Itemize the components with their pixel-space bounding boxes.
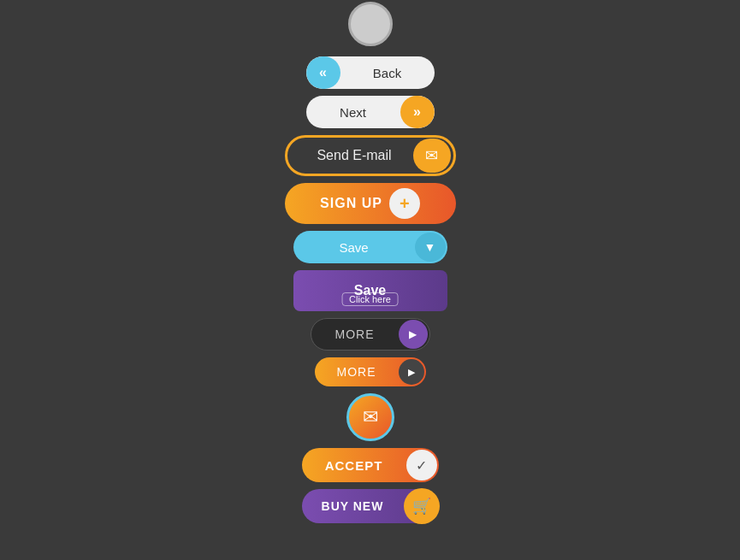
plus-icon: + — [389, 188, 420, 219]
back-button-label: Back — [340, 66, 435, 80]
accept-button[interactable]: ACCEPT ✓ — [302, 448, 439, 482]
buy-now-label: BUY NEW — [302, 499, 404, 513]
save-dropdown-label: Save — [293, 240, 415, 255]
accept-label: ACCEPT — [302, 458, 406, 473]
more-dark-label: MORE — [311, 327, 399, 341]
envelope-circle-icon: ✉ — [363, 406, 378, 428]
next-button[interactable]: Next » — [306, 96, 435, 128]
save-dropdown-button[interactable]: Save ▼ — [293, 231, 447, 263]
mail-circle-button[interactable]: ✉ — [346, 393, 394, 441]
send-email-label: Send E-mail — [287, 148, 413, 163]
click-here-label: Click here — [341, 292, 399, 306]
signup-label: SIGN UP — [320, 196, 382, 211]
more-dark-button[interactable]: MORE ▶ — [311, 318, 430, 351]
cart-icon: 🛒 — [404, 488, 440, 524]
arrow-right-orange-icon: ▶ — [399, 359, 424, 385]
buy-now-button[interactable]: BUY NEW 🛒 — [302, 489, 439, 523]
signup-button[interactable]: SIGN UP + — [285, 183, 456, 224]
purple-save-button[interactable]: Save Click here — [293, 270, 447, 311]
envelope-icon: ✉ — [413, 139, 451, 173]
more-orange-label: MORE — [315, 365, 399, 379]
chevron-left-icon: « — [306, 56, 340, 89]
arrow-right-icon: ▶ — [399, 320, 428, 349]
avatar — [348, 2, 393, 46]
back-button[interactable]: « Back — [306, 56, 435, 89]
next-button-label: Next — [306, 105, 400, 120]
chevron-right-icon: » — [400, 96, 435, 128]
chevron-down-icon: ▼ — [415, 233, 446, 262]
checkmark-icon: ✓ — [406, 450, 437, 480]
send-email-button[interactable]: Send E-mail ✉ — [285, 135, 456, 176]
more-orange-button[interactable]: MORE ▶ — [315, 357, 426, 386]
